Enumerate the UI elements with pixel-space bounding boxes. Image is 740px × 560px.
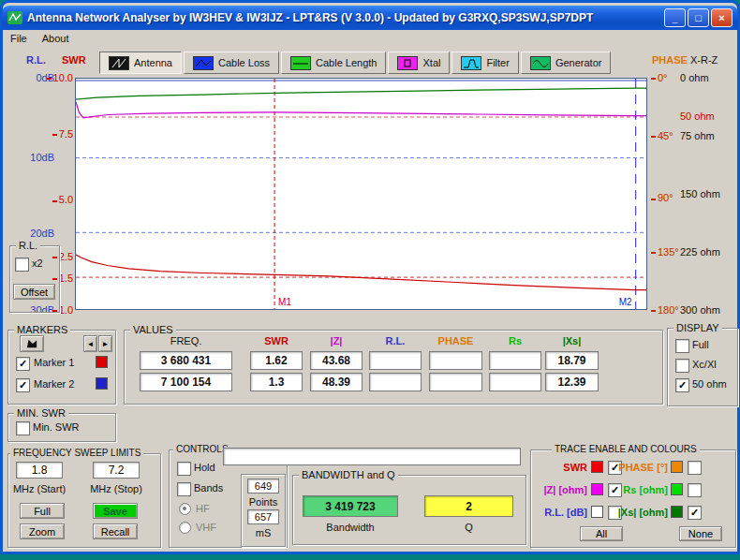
hold-label: Hold: [194, 461, 215, 474]
tab-xtal[interactable]: Xtal: [388, 52, 450, 74]
bandwidth-group: BANDWIDTH and Q 3 419 723 Bandwidth 2 Q: [292, 475, 526, 545]
hf-radio[interactable]: [179, 503, 191, 515]
sweep-full-button[interactable]: Full: [20, 503, 65, 519]
chart-svg: M1M2: [76, 79, 646, 309]
swr-axis-header: SWR: [62, 54, 86, 66]
points-label: Points: [242, 496, 285, 508]
tick-label: 135°: [651, 246, 679, 258]
rl-offset-group-label: R.L.: [16, 239, 40, 252]
sweep-stop-input[interactable]: [93, 462, 140, 479]
marker2-label: Marker 2: [34, 377, 74, 391]
rl-axis-header: R.L.: [26, 54, 46, 66]
m1-rs-value: [489, 351, 541, 370]
col-header-z: |Z|: [310, 335, 363, 346]
vhf-label: VHF: [196, 521, 216, 534]
trace-rs-label: Rs [ohm]: [614, 484, 668, 495]
vhf-radio[interactable]: [179, 522, 191, 534]
tab-filter[interactable]: Filter: [451, 52, 518, 74]
tab-cable-loss[interactable]: Cable Loss: [184, 52, 279, 74]
trace-phase-checkbox[interactable]: [688, 461, 702, 475]
tick-label: 45°: [651, 130, 673, 141]
m2-xs-value: 12.39: [545, 373, 599, 391]
tick-label: 7.5: [52, 128, 73, 140]
tick-label: 225 ohm: [680, 246, 720, 258]
tick-label: 180°: [651, 304, 679, 316]
tab-label: Xtal: [422, 57, 440, 68]
trace-rl-label: R.L. [dB]: [531, 507, 587, 518]
trace-z-swatch[interactable]: [591, 483, 603, 495]
q-label: Q: [424, 522, 513, 533]
marker1-color-swatch[interactable]: [96, 356, 108, 368]
values-group: VALUES FREQ. SWR |Z| R.L. PHASE Rs |Xs| …: [124, 330, 663, 405]
marker2-checkbox[interactable]: ✓: [16, 378, 30, 392]
marker-next-button[interactable]: ►: [98, 335, 112, 352]
trace-phase-swatch[interactable]: [671, 461, 683, 473]
xrz-axis-header: X-R-Z: [690, 54, 718, 66]
offset-button[interactable]: Offset: [13, 284, 55, 300]
q-value-field: 2: [424, 495, 513, 517]
m1-z-value: 43.68: [310, 351, 363, 370]
marker-flag-icon: [26, 338, 37, 349]
display-full-checkbox[interactable]: [675, 339, 689, 353]
min-swr-checkbox[interactable]: [16, 421, 30, 435]
bands-label: Bands: [194, 481, 223, 494]
marker1-checkbox[interactable]: ✓: [16, 357, 30, 371]
tab-label: Cable Loss: [218, 57, 270, 68]
sweep-recall-button[interactable]: Recall: [93, 523, 138, 539]
marker-label-M2: M2: [619, 297, 632, 307]
generator-icon: [530, 56, 551, 70]
marker-select-button[interactable]: [20, 335, 44, 352]
rl-x2-checkbox[interactable]: [15, 258, 29, 272]
trace-rl-swatch[interactable]: [591, 506, 603, 518]
trace-all-button[interactable]: All: [580, 526, 623, 541]
m1-xs-value: 18.79: [545, 351, 599, 370]
menu-about[interactable]: About: [35, 31, 77, 46]
marker-prev-button[interactable]: ◄: [83, 335, 97, 352]
trace-swr-label: SWR: [531, 462, 587, 473]
chart-plot[interactable]: M1M2: [75, 78, 647, 310]
display-xcxl-checkbox[interactable]: [675, 359, 689, 373]
phase-axis-ticks: 0°45°90°135°180°: [651, 78, 677, 310]
minimize-button[interactable]: _: [664, 8, 686, 27]
command-input[interactable]: [223, 448, 521, 465]
points-value-field[interactable]: 649: [247, 479, 279, 494]
m2-z-value: 48.39: [310, 373, 363, 391]
hold-checkbox[interactable]: [177, 462, 191, 476]
display-xcxl-label: Xc/Xl: [692, 358, 717, 371]
trace-swr-swatch[interactable]: [591, 461, 603, 473]
col-header-rl: R.L.: [369, 335, 422, 346]
marker2-color-swatch[interactable]: [96, 377, 108, 390]
tick-label: 0 ohm: [680, 72, 709, 83]
tab-generator[interactable]: Generator: [521, 52, 612, 74]
app-icon: [7, 11, 22, 24]
tick-label: 150 ohm: [680, 188, 720, 199]
sweep-save-button[interactable]: Save: [93, 503, 138, 519]
trace-enable-group-label: TRACE ENABLE AND COLOURS: [552, 443, 700, 456]
m2-phase-value: [429, 373, 482, 391]
tab-cable-length[interactable]: Cable Length: [281, 52, 386, 74]
bands-checkbox[interactable]: [177, 482, 191, 496]
tab-antenna[interactable]: Antenna: [99, 52, 182, 74]
min-swr-group-label: MIN. SWR: [14, 406, 68, 420]
cable-length-icon: [290, 56, 311, 70]
trace-rs-checkbox[interactable]: [688, 483, 702, 497]
trace-xs-checkbox[interactable]: ✓: [688, 506, 702, 520]
rl-x2-label: x2: [32, 257, 43, 270]
display-50ohm-checkbox[interactable]: ✓: [675, 378, 689, 392]
tick-label: 0°: [651, 72, 668, 83]
sweep-zoom-button[interactable]: Zoom: [20, 523, 65, 539]
sweep-start-input[interactable]: [16, 462, 63, 479]
col-header-freq: FREQ.: [140, 335, 232, 346]
tab-label: Antenna: [134, 57, 172, 68]
trace-rs-swatch[interactable]: [671, 483, 683, 495]
marker-label-M1: M1: [278, 297, 291, 307]
maximize-button[interactable]: □: [688, 8, 709, 27]
menu-file[interactable]: File: [3, 31, 35, 46]
close-button[interactable]: ×: [711, 8, 733, 27]
trace-xs-swatch[interactable]: [671, 506, 683, 518]
markers-group: MARKERS ◄ ► ✓ Marker 1 ✓ Marker 2: [7, 330, 116, 405]
m1-freq-value: 3 680 431: [140, 351, 232, 370]
tick-label: 90°: [651, 192, 673, 203]
trace-none-button[interactable]: None: [679, 526, 722, 541]
bandwidth-group-label: BANDWIDTH and Q: [299, 468, 398, 481]
